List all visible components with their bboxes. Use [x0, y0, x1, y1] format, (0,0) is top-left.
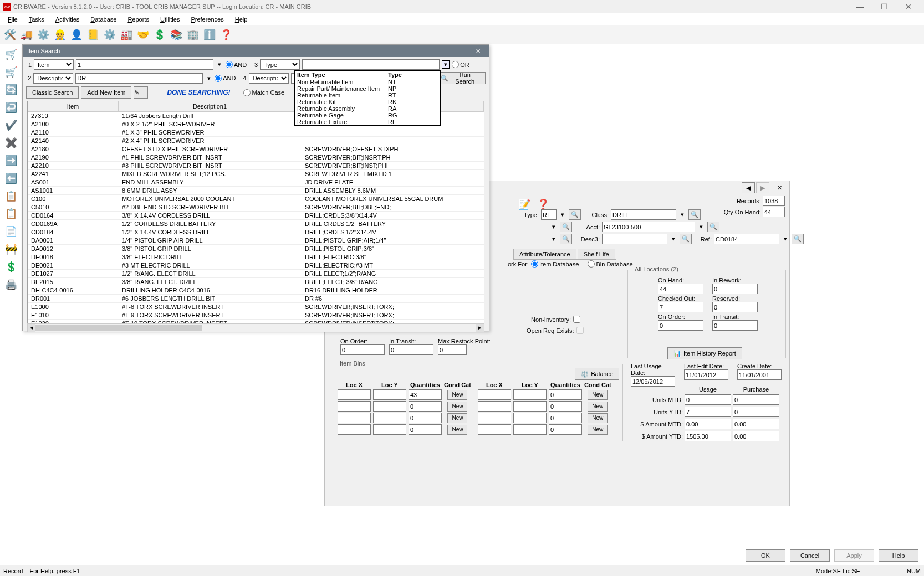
type-dd-icon[interactable]: ▾ [559, 211, 566, 218]
bin-row[interactable]: New [477, 412, 612, 424]
type-lookup-icon[interactable]: 🔍 [569, 209, 581, 220]
bin-locy[interactable] [373, 413, 406, 423]
menu-file[interactable]: File [3, 15, 22, 24]
ref-lookup-icon[interactable]: 🔍 [792, 234, 804, 244]
itemdb-radio[interactable]: Item Database [531, 260, 579, 268]
blank-dd-icon[interactable]: ▾ [550, 223, 558, 230]
bin-row[interactable]: New [477, 389, 612, 400]
results-grid[interactable]: Item Description1 2731011/64 Jobbers Len… [27, 101, 484, 323]
bin-cond-button[interactable]: New [588, 390, 608, 400]
print-icon[interactable]: 🖨️ [3, 277, 19, 292]
bin-qty[interactable] [409, 424, 442, 435]
table-row[interactable]: DA00123/8" PISTOL GRIP DRILLDRILL;PISTOL… [28, 245, 484, 253]
row4-field-select[interactable]: Description 1 [249, 73, 289, 84]
desc3-field[interactable] [602, 234, 667, 244]
edit-icon-button[interactable]: ✎ [134, 86, 148, 99]
table-row[interactable]: DA00011/4" PISTOL GRIP AIR DRILLDRILL;PI… [28, 236, 484, 245]
nav-prev-button[interactable]: ◀ [742, 182, 755, 193]
table-row[interactable]: A2180OFFSET STD X PHIL SCREWDRIVERSCREWD… [28, 145, 484, 153]
bin-row[interactable]: New [336, 389, 472, 400]
close-button[interactable]: ✕ [896, 0, 921, 13]
row1-dd-icon[interactable]: ▾ [216, 61, 223, 68]
blank-lookup-icon[interactable]: 🔍 [560, 222, 572, 232]
bin-qty[interactable] [549, 389, 582, 400]
class-lookup-icon[interactable]: 🔍 [688, 209, 701, 220]
bindb-radio[interactable]: Bin Database [588, 260, 632, 268]
bin-qty[interactable] [409, 413, 442, 423]
money-icon[interactable]: 💲 [152, 27, 167, 43]
bin-row[interactable]: New [336, 424, 472, 435]
cart-icon[interactable]: 🛒 [3, 47, 19, 62]
menu-activities[interactable]: Activities [51, 15, 84, 24]
bin-cond-button[interactable]: New [447, 425, 467, 435]
table-row[interactable]: A2190#1 PHIL SCREWDRIVER BIT INSRTSCREWD… [28, 153, 484, 162]
bin-cond-button[interactable]: New [588, 402, 608, 412]
row-or-radio[interactable]: OR [452, 61, 469, 68]
bin-qty[interactable] [549, 401, 582, 412]
history-button[interactable]: 📊 Item History Report [667, 347, 742, 359]
table-row[interactable]: C100MOTOREX UNIVERSAL 2000 COOLANTCOOLAN… [28, 195, 484, 203]
bin-locy[interactable] [373, 401, 406, 412]
row2-and-radio[interactable]: AND [215, 75, 236, 82]
bin-locx[interactable] [338, 424, 371, 435]
dropdown-item[interactable]: Repair Part/ Maintenance ItemNP [295, 85, 440, 92]
menu-reports[interactable]: Reports [123, 15, 154, 24]
arrow-right-icon[interactable]: ➡️ [3, 153, 19, 168]
table-row[interactable]: AS10018.6MM DRILL ASSYDRILL ASSEMBLY 8.6… [28, 187, 484, 195]
bin-qty[interactable] [549, 413, 582, 423]
class-field[interactable] [611, 209, 676, 220]
table-row[interactable]: CD0169A1/2" CORDLESS DRILL BATTERYDRILL … [28, 220, 484, 228]
help-button[interactable]: Help [879, 549, 918, 562]
blank2-lookup-icon[interactable]: 🔍 [560, 234, 572, 244]
maxrestock-field[interactable] [438, 344, 467, 355]
stack-icon[interactable]: 📚 [169, 27, 184, 43]
row3-dd-icon[interactable]: ▾ [442, 60, 450, 69]
table-row[interactable]: E1010#T-9 TORX SCREWDRIVER INSERTSCREWDR… [28, 311, 484, 320]
onorder-field[interactable] [340, 344, 385, 355]
dropdown-item[interactable]: Returnable AssemblyRA [295, 105, 440, 112]
handshake-icon[interactable]: 🤝 [135, 27, 151, 43]
tab-shelflife[interactable]: Shelf Life [578, 249, 615, 259]
class-dd-icon[interactable]: ▾ [678, 211, 686, 218]
bin-locy[interactable] [513, 401, 547, 412]
type-dropdown[interactable]: Item TypeType Non Returnable ItemNTRepai… [294, 70, 441, 126]
bin-row[interactable]: New [336, 400, 472, 412]
detail-close-icon[interactable]: ✕ [774, 184, 785, 192]
acct-lookup-icon[interactable]: 🔍 [707, 222, 719, 232]
help-icon[interactable]: ❓ [218, 27, 234, 43]
ref-dd-icon[interactable]: ▾ [782, 235, 789, 243]
menu-utilities[interactable]: Utilities [156, 15, 184, 24]
classic-search-button[interactable]: Classic Search [26, 86, 79, 99]
catalog-icon[interactable]: 📒 [85, 27, 101, 43]
gear-person-icon[interactable]: ⚙️ [35, 27, 51, 43]
bin-locx[interactable] [338, 413, 371, 423]
table-row[interactable]: A2210#3 PHIL SCREWDRIVER BIT INSRTSCREWD… [28, 162, 484, 170]
bin-cond-button[interactable]: New [588, 413, 608, 423]
table-row[interactable]: AS001END MILL ASSEMBLYJD DRIVE PLATE [28, 178, 484, 187]
undo-icon[interactable]: ↩️ [3, 100, 19, 115]
desc3-dd-icon[interactable]: ▾ [670, 235, 677, 243]
bin-row[interactable]: New [336, 412, 472, 424]
menu-database[interactable]: Database [86, 15, 121, 24]
bin-locy[interactable] [373, 389, 406, 400]
add-new-item-button[interactable]: Add New Item [81, 86, 131, 99]
bin-locx[interactable] [338, 401, 371, 412]
bin-locy[interactable] [513, 424, 547, 435]
dropdown-item[interactable]: Returnable GageRG [295, 112, 440, 119]
info-icon[interactable]: ℹ️ [202, 27, 217, 43]
table-row[interactable]: A2140#2 X 4" PHIL SCREWDRIVER [28, 137, 484, 145]
rotate-icon[interactable]: 🔄 [3, 82, 19, 97]
row2-value-input[interactable] [75, 73, 203, 84]
search-close-icon[interactable]: ✕ [471, 48, 484, 55]
col-item[interactable]: Item [28, 101, 119, 111]
table-row[interactable]: CD01643/8" X 14.4V CORDLESS DRILLDRILL;C… [28, 212, 484, 220]
row3-field-select[interactable]: Type [260, 59, 300, 70]
bin-locx[interactable] [478, 401, 511, 412]
col-desc1[interactable]: Description1 [119, 101, 302, 111]
bin-cond-button[interactable]: New [447, 390, 467, 400]
calc-icon[interactable]: 🏢 [185, 27, 201, 43]
bin-locx[interactable] [338, 389, 371, 400]
ok-button[interactable]: OK [746, 549, 785, 562]
scroll-left-icon[interactable]: ◂ [28, 324, 35, 332]
openreq-checkbox[interactable] [576, 327, 584, 334]
